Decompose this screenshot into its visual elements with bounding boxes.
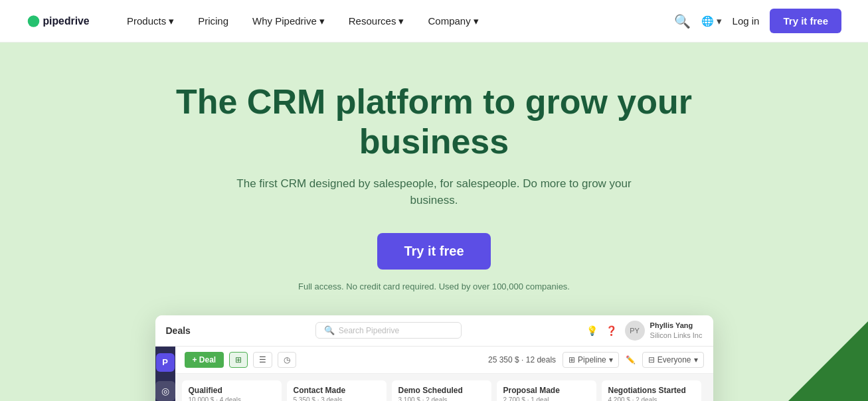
sidebar-icon-deals[interactable]: ◎: [155, 381, 175, 401]
edit-icon[interactable]: ✏️: [626, 355, 636, 364]
kanban-view-button[interactable]: ⊞: [229, 352, 248, 368]
logo[interactable]: pipedrive: [27, 12, 96, 31]
everyone-label: Everyone: [657, 355, 691, 364]
pipeline-icon: ⊞: [568, 355, 575, 364]
column-header: Qualified 10 000 $ · 4 deals: [182, 380, 282, 401]
app-mockup: Deals 🔍 Search Pipedrive 💡 ❓ PY Phyllis …: [155, 315, 713, 401]
app-search[interactable]: 🔍 Search Pipedrive: [315, 322, 462, 339]
kanban-column: Demo Scheduled 3 100 $ · 2 deals Moveer …: [392, 380, 491, 401]
nav-products[interactable]: Products ▾: [118, 10, 183, 33]
search-placeholder: Search Pipedrive: [339, 326, 399, 335]
help-icon[interactable]: ❓: [606, 325, 617, 336]
column-header: Contact Made 5 350 $ · 3 deals: [287, 380, 387, 401]
app-sidebar: P ◎ ⊞ $ 📋 📢: [155, 347, 175, 401]
nav-left: pipedrive Products ▾ Pricing Why Pipedri…: [27, 10, 488, 33]
pipeline-arrow: ▾: [609, 355, 613, 364]
app-topbar: Deals 🔍 Search Pipedrive 💡 ❓ PY Phyllis …: [155, 315, 713, 347]
column-title: Negotiations Started: [608, 386, 695, 395]
everyone-arrow: ▾: [694, 355, 698, 364]
column-meta: 4 200 $ · 2 deals: [608, 396, 695, 401]
nav-right: 🔍 🌐 ▾ Log in Try it free: [674, 9, 841, 33]
column-meta: 2 700 $ · 1 deal: [503, 396, 590, 401]
toolbar-left: + Deal ⊞ ☰ ◷: [185, 352, 297, 368]
filter-icon: ⊟: [648, 355, 655, 364]
column-title: Qualified: [189, 386, 275, 395]
nav-company[interactable]: Company ▾: [418, 10, 487, 33]
app-main: + Deal ⊞ ☰ ◷ 25 350 $ · 12 deals ⊞ Pipel…: [175, 347, 713, 401]
hero-subtitle: The first CRM designed by salespeople, f…: [235, 175, 634, 209]
user-info: Phyllis Yang Silicon Links Inc: [650, 321, 703, 340]
column-title: Demo Scheduled: [398, 386, 485, 395]
svg-text:pipedrive: pipedrive: [43, 15, 90, 27]
hero-cta-button[interactable]: Try it free: [377, 233, 490, 270]
column-title: Proposal Made: [503, 386, 590, 395]
column-header: Proposal Made 2 700 $ · 1 deal: [497, 380, 596, 401]
app-user: PY Phyllis Yang Silicon Links Inc: [625, 321, 703, 341]
hero-section: The CRM platform to grow your business T…: [0, 42, 868, 401]
kanban-column: Contact Made 5 350 $ · 3 deals Principal…: [287, 380, 387, 401]
login-button[interactable]: Log in: [733, 15, 760, 27]
add-deal-button[interactable]: + Deal: [185, 352, 224, 368]
forecast-view-button[interactable]: ◷: [278, 352, 296, 368]
column-meta: 3 100 $ · 2 deals: [398, 396, 485, 401]
app-topbar-right: 💡 ❓ PY Phyllis Yang Silicon Links Inc: [586, 321, 703, 341]
user-company: Silicon Links Inc: [650, 331, 703, 340]
hero-note: Full access. No credit card required. Us…: [298, 281, 570, 291]
navbar: pipedrive Products ▾ Pricing Why Pipedri…: [0, 0, 868, 42]
nav-cta-button[interactable]: Try it free: [770, 9, 841, 33]
nav-links: Products ▾ Pricing Why Pipedrive ▾ Resou…: [118, 10, 488, 33]
column-meta: 5 350 $ · 3 deals: [294, 396, 380, 401]
bulb-icon[interactable]: 💡: [586, 325, 598, 336]
language-selector[interactable]: 🌐 ▾: [701, 15, 722, 27]
nav-pricing[interactable]: Pricing: [189, 10, 238, 32]
nav-resources[interactable]: Resources ▾: [339, 10, 414, 33]
column-header: Negotiations Started 4 200 $ · 2 deals: [602, 380, 701, 401]
sidebar-logo: P: [156, 353, 175, 372]
stats-label: 25 350 $ · 12 deals: [488, 355, 556, 364]
avatar: PY: [625, 321, 645, 341]
user-name: Phyllis Yang: [650, 321, 703, 330]
app-body: P ◎ ⊞ $ 📋 📢 + Deal ⊞ ☰ ◷: [155, 347, 713, 401]
pipeline-label: Pipeline: [578, 355, 606, 364]
everyone-button[interactable]: ⊟ Everyone ▾: [642, 352, 704, 368]
kanban-column: Proposal Made 2 700 $ · 1 deal Omnicorp …: [497, 380, 596, 401]
search-icon: 🔍: [324, 325, 335, 335]
app-toolbar: + Deal ⊞ ☰ ◷ 25 350 $ · 12 deals ⊞ Pipel…: [175, 347, 713, 374]
nav-why-pipedrive[interactable]: Why Pipedrive ▾: [243, 10, 334, 33]
toolbar-right: 25 350 $ · 12 deals ⊞ Pipeline ▾ ✏️ ⊟ Ev…: [488, 352, 704, 368]
kanban-board: Qualified 10 000 $ · 4 deals Umbrella Co…: [175, 374, 713, 401]
kanban-column: Negotiations Started 4 200 $ · 2 deals B…: [602, 380, 701, 401]
lang-arrow: ▾: [717, 15, 722, 27]
globe-icon: 🌐: [701, 15, 714, 27]
search-icon[interactable]: 🔍: [674, 13, 691, 29]
app-title: Deals: [166, 325, 191, 336]
column-title: Contact Made: [294, 386, 380, 395]
kanban-column: Qualified 10 000 $ · 4 deals Umbrella Co…: [182, 380, 282, 401]
column-meta: 10 000 $ · 4 deals: [189, 396, 275, 401]
column-header: Demo Scheduled 3 100 $ · 2 deals: [392, 380, 491, 401]
svg-point-0: [28, 15, 40, 27]
hero-title: The CRM platform to grow your business: [149, 82, 720, 162]
list-view-button[interactable]: ☰: [253, 352, 272, 368]
pipeline-button[interactable]: ⊞ Pipeline ▾: [563, 352, 619, 368]
